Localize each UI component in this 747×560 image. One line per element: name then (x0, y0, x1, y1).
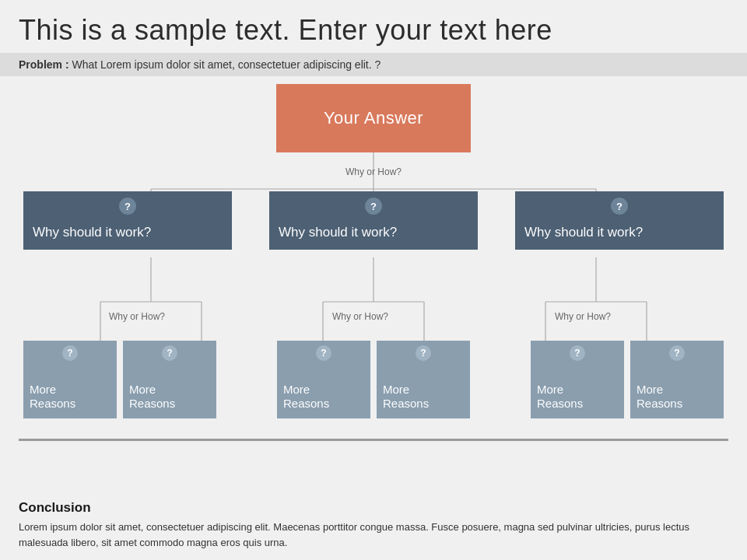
question-badge-l2-1-1: ? (62, 345, 78, 361)
l1-node-3[interactable]: ? Why should it work? (515, 191, 724, 250)
l2-node-2-1-label: MoreReasons (283, 383, 329, 411)
conclusion-title: Conclusion (19, 500, 728, 516)
l2-node-3-1[interactable]: ? MoreReasons (531, 341, 624, 418)
root-label: Your Answer (324, 108, 423, 128)
page-title: This is a sample text. Enter your text h… (19, 14, 728, 47)
problem-label: Problem : (19, 58, 69, 71)
l1-node-2[interactable]: ? Why should it work? (269, 191, 478, 250)
level2-container: ? MoreReasons ? MoreReasons ? MoreReason… (0, 341, 747, 418)
conclusion-area: Conclusion Lorem ipsum dolor sit amet, c… (0, 494, 747, 560)
l2-node-2-1[interactable]: ? MoreReasons (277, 341, 370, 418)
divider-line (19, 439, 728, 441)
question-badge-l1-1: ? (119, 198, 136, 215)
question-badge-l1-2: ? (365, 198, 382, 215)
l2-group-2: ? MoreReasons ? MoreReasons (277, 341, 470, 418)
l2-node-2-2[interactable]: ? MoreReasons (377, 341, 470, 418)
l2-node-3-2[interactable]: ? MoreReasons (630, 341, 724, 418)
header: This is a sample text. Enter your text h… (0, 0, 747, 53)
question-badge-l2-3-1: ? (570, 345, 585, 361)
problem-text: What Lorem ipsum dolor sit amet, consect… (72, 58, 381, 71)
problem-bar: Problem : What Lorem ipsum dolor sit ame… (0, 53, 747, 76)
question-badge-l1-3: ? (611, 198, 628, 215)
l2-node-1-2[interactable]: ? MoreReasons (123, 341, 216, 418)
l2-group-1: ? MoreReasons ? MoreReasons (23, 341, 216, 418)
l2-node-3-2-label: MoreReasons (637, 383, 682, 411)
l1-node-1-label: Why should it work? (33, 225, 151, 240)
why-label-l1-2: Why or How? (332, 311, 388, 322)
l2-node-2-2-label: MoreReasons (383, 383, 429, 411)
diagram-area: Why or How? Your Answer ? Why should it … (0, 76, 747, 494)
question-badge-l2-1-2: ? (162, 345, 177, 361)
l1-node-1[interactable]: ? Why should it work? (23, 191, 232, 250)
why-label-l1-3: Why or How? (555, 311, 611, 322)
l2-node-1-1[interactable]: ? MoreReasons (23, 341, 117, 418)
l2-node-1-1-label: MoreReasons (30, 383, 75, 411)
l2-node-3-1-label: MoreReasons (537, 383, 583, 411)
question-badge-l2-2-2: ? (416, 345, 431, 361)
why-label-root: Why or How? (345, 166, 402, 177)
page: This is a sample text. Enter your text h… (0, 0, 747, 560)
question-badge-l2-2-1: ? (316, 345, 331, 361)
l2-group-3: ? MoreReasons ? MoreReasons (531, 341, 724, 418)
l1-node-2-label: Why should it work? (279, 225, 397, 240)
l2-node-1-2-label: MoreReasons (129, 383, 175, 411)
level1-container: ? Why should it work? ? Why should it wo… (0, 191, 747, 250)
question-badge-l2-3-2: ? (669, 345, 685, 361)
conclusion-text: Lorem ipsum dolor sit amet, consectetuer… (19, 520, 728, 551)
l1-node-3-label: Why should it work? (524, 225, 643, 240)
root-node[interactable]: Your Answer (276, 84, 471, 152)
why-label-l1-1: Why or How? (109, 311, 165, 322)
